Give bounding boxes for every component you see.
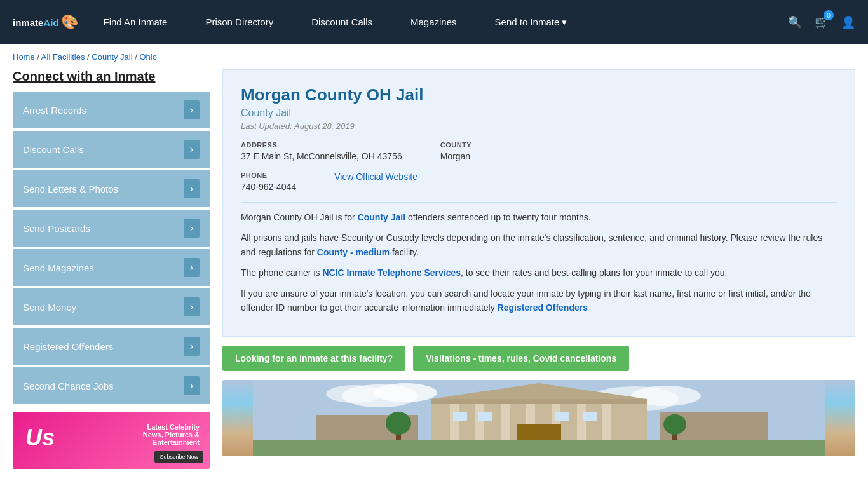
facility-details: ADDRESS 37 E Main St, McConnelsville, OH… xyxy=(241,141,837,161)
arrow-icon: › xyxy=(184,219,200,238)
arrow-icon: › xyxy=(184,179,200,198)
building-illustration xyxy=(222,380,855,456)
phone-label: PHONE xyxy=(241,172,296,179)
breadcrumb-home[interactable]: Home xyxy=(13,52,35,62)
facility-type: County Jail xyxy=(241,107,837,119)
facility-name: Morgan County OH Jail xyxy=(241,85,837,105)
divider xyxy=(241,202,837,203)
svg-rect-18 xyxy=(478,412,492,421)
facility-desc-4: If you are unsure of your inmate's locat… xyxy=(241,287,837,315)
sidebar-title: Connect with an Inmate xyxy=(13,69,210,84)
arrow-icon: › xyxy=(184,337,200,356)
arrow-icon: › xyxy=(184,140,200,159)
svg-point-25 xyxy=(386,412,411,435)
svg-rect-14 xyxy=(577,404,586,440)
facility-updated: Last Updated: August 28, 2019 xyxy=(241,121,837,131)
svg-rect-17 xyxy=(453,412,467,421)
county-value: Morgan xyxy=(440,151,471,161)
nav-actions: 🔍 🛒 0 👤 xyxy=(788,15,855,29)
county-jail-link[interactable]: County Jail xyxy=(358,212,405,222)
sidebar-item-send-magazines[interactable]: Send Magazines › xyxy=(13,249,210,286)
cart-button[interactable]: 🛒 0 xyxy=(815,15,829,29)
svg-rect-20 xyxy=(583,412,597,421)
phone-value: 740-962-4044 xyxy=(241,182,296,192)
breadcrumb-all-facilities[interactable]: All Facilities xyxy=(41,52,85,62)
facility-desc-3: The phone carrier is NCIC Inmate Telepho… xyxy=(241,266,837,280)
svg-rect-19 xyxy=(555,412,569,421)
registered-offenders-link[interactable]: Registered Offenders xyxy=(498,302,588,313)
arrow-icon: › xyxy=(184,100,200,119)
ad-subscribe-button[interactable]: Subscribe Now xyxy=(154,451,203,463)
svg-point-27 xyxy=(663,414,686,435)
facility-desc-1: Morgan County OH Jail is for County Jail… xyxy=(241,210,837,224)
content-area: Morgan County OH Jail County Jail Last U… xyxy=(222,69,855,469)
arrow-icon: › xyxy=(184,297,200,316)
logo-icon: 🎨 xyxy=(61,14,78,30)
nav-discount-calls[interactable]: Discount Calls xyxy=(311,17,372,28)
nav-send-to-inmate[interactable]: Send to Inmate ▾ xyxy=(495,17,567,28)
website-block: View Official Website xyxy=(334,172,417,192)
facility-details-phone: PHONE 740-962-4044 View Official Website xyxy=(241,172,837,192)
phone-block: PHONE 740-962-4044 xyxy=(241,172,296,192)
cart-count: 0 xyxy=(824,10,834,20)
nav-find-inmate[interactable]: Find An Inmate xyxy=(104,17,168,28)
svg-rect-11 xyxy=(501,404,510,440)
visitations-button[interactable]: Visitations - times, rules, Covid cancel… xyxy=(413,346,629,371)
county-label: COUNTY xyxy=(440,141,471,149)
facility-image xyxy=(222,380,855,456)
looking-for-inmate-button[interactable]: Looking for an inmate at this facility? xyxy=(222,346,405,371)
nav-prison-directory[interactable]: Prison Directory xyxy=(205,17,273,28)
website-link[interactable]: View Official Website xyxy=(334,172,417,182)
arrow-icon: › xyxy=(184,258,200,277)
sidebar-item-send-letters[interactable]: Send Letters & Photos › xyxy=(13,170,210,207)
svg-rect-9 xyxy=(450,404,459,440)
nav-magazines[interactable]: Magazines xyxy=(410,17,457,28)
sidebar-item-send-money[interactable]: Send Money › xyxy=(13,288,210,325)
breadcrumb-ohio[interactable]: Ohio xyxy=(139,52,156,62)
svg-rect-8 xyxy=(431,399,647,404)
logo[interactable]: inmate Aid 🎨 xyxy=(13,14,78,30)
sidebar: Connect with an Inmate Arrest Records › … xyxy=(13,69,210,469)
search-icon[interactable]: 🔍 xyxy=(788,15,802,29)
facility-card: Morgan County OH Jail County Jail Last U… xyxy=(222,69,855,337)
svg-rect-15 xyxy=(602,404,611,440)
address-label: ADDRESS xyxy=(241,141,402,149)
nav-links: Find An Inmate Prison Directory Discount… xyxy=(104,17,788,28)
sidebar-item-registered-offenders[interactable]: Registered Offenders › xyxy=(13,328,210,365)
ad-banner[interactable]: Us Latest Celebrity News, Pictures & Ent… xyxy=(13,412,210,469)
address-value: 37 E Main St, McConnelsville, OH 43756 xyxy=(241,151,402,161)
ncic-link[interactable]: NCIC Inmate Telephone Services xyxy=(322,268,461,278)
main-container: Connect with an Inmate Arrest Records › … xyxy=(0,69,868,482)
svg-point-2 xyxy=(374,383,437,402)
breadcrumb-county-jail[interactable]: County Jail xyxy=(92,52,132,62)
ad-logo: Us xyxy=(25,424,55,451)
sidebar-item-second-chance-jobs[interactable]: Second Chance Jobs › xyxy=(13,367,210,404)
logo-text: inmate xyxy=(13,17,43,28)
sidebar-item-arrest-records[interactable]: Arrest Records › xyxy=(13,92,210,128)
county-medium-link[interactable]: County - medium xyxy=(317,247,390,257)
address-block: ADDRESS 37 E Main St, McConnelsville, OH… xyxy=(241,141,402,161)
breadcrumb: Home / All Facilities / County Jail / Oh… xyxy=(0,44,868,69)
svg-rect-6 xyxy=(253,440,825,456)
sidebar-item-send-postcards[interactable]: Send Postcards › xyxy=(13,210,210,247)
svg-rect-16 xyxy=(517,424,561,440)
svg-point-3 xyxy=(326,385,383,403)
user-icon[interactable]: 👤 xyxy=(841,15,855,29)
county-block: COUNTY Morgan xyxy=(440,141,471,161)
sidebar-item-discount-calls[interactable]: Discount Calls › xyxy=(13,131,210,168)
svg-rect-10 xyxy=(475,404,484,440)
action-buttons: Looking for an inmate at this facility? … xyxy=(222,346,855,371)
ad-text: Latest Celebrity News, Pictures & Entert… xyxy=(138,418,205,451)
facility-desc-2: All prisons and jails have Security or C… xyxy=(241,231,837,259)
arrow-icon: › xyxy=(184,376,200,395)
